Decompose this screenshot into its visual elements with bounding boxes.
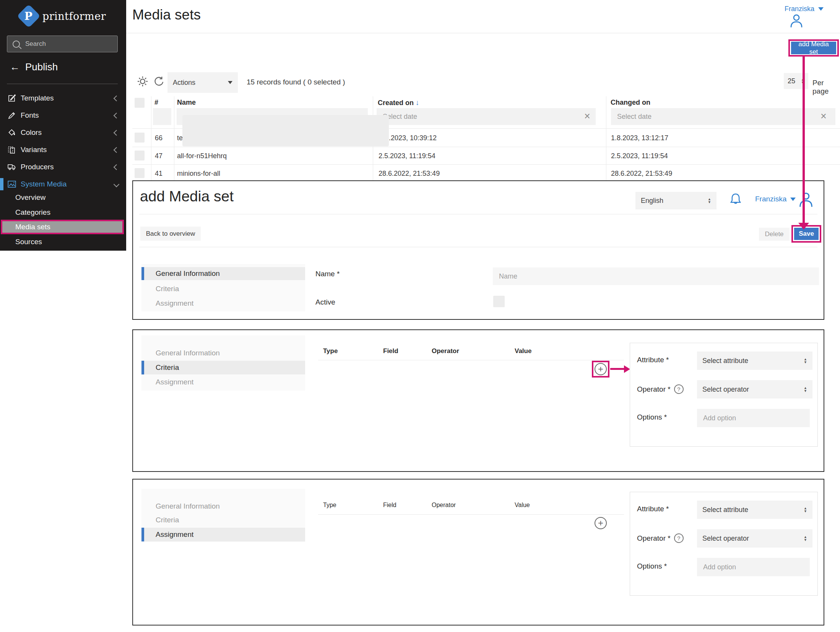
- column-header-created[interactable]: Created on ↓: [378, 99, 419, 107]
- select-arrows-icon: ▲▼: [804, 535, 807, 541]
- sidebar-item-variants[interactable]: Variants: [0, 142, 126, 157]
- row-created: 2.5.2023, 11:19:54: [379, 152, 435, 160]
- criteria-col-field: Field: [383, 502, 396, 509]
- nav-general-information[interactable]: General Information: [141, 500, 305, 512]
- per-page-value: 25: [788, 77, 795, 85]
- sidebar-item-label: Producers: [21, 163, 114, 171]
- add-media-set-button[interactable]: add Media set: [791, 42, 836, 54]
- attribute-select[interactable]: Select attribute ▲▼: [697, 501, 812, 519]
- add-criterion-highlight: +: [592, 361, 609, 378]
- row-checkbox[interactable]: [135, 151, 145, 160]
- row-checkbox[interactable]: [135, 168, 145, 178]
- sidebar-subitem-categories[interactable]: Categories: [0, 206, 126, 219]
- search-input[interactable]: [24, 40, 112, 48]
- options-input[interactable]: [697, 558, 810, 576]
- options-input[interactable]: [697, 409, 810, 427]
- clear-created-filter-icon[interactable]: ×: [584, 111, 590, 122]
- panel-divider: [139, 247, 817, 247]
- annotation-arrow-line: [610, 368, 625, 370]
- sidebar-item-label: Fonts: [21, 111, 114, 120]
- language-select[interactable]: English ▲▼: [635, 192, 717, 209]
- criteria-header-divider: [318, 514, 624, 515]
- created-date-input[interactable]: [382, 112, 590, 121]
- select-all-checkbox[interactable]: [135, 98, 145, 108]
- screen: P printformer ← Publish Templates Fonts: [0, 0, 840, 632]
- help-icon[interactable]: ?: [674, 533, 684, 543]
- criteria-col-value: Value: [515, 502, 530, 509]
- criteria-col-type: Type: [323, 347, 338, 355]
- back-label: Publish: [25, 61, 58, 73]
- clear-changed-filter-icon[interactable]: ×: [821, 111, 827, 122]
- back-to-overview-button[interactable]: Back to overview: [140, 227, 201, 241]
- sidebar-subitem-media-sets-highlighted[interactable]: Media sets: [1, 220, 124, 234]
- row-checkbox[interactable]: [135, 133, 145, 143]
- grid-line: [151, 96, 151, 182]
- nav-criteria[interactable]: Criteria: [141, 361, 305, 374]
- operator-select[interactable]: Select operator ▲▼: [697, 529, 812, 548]
- number-filter[interactable]: [153, 108, 171, 125]
- active-checkbox[interactable]: [493, 296, 505, 307]
- attribute-label: Attribute *: [637, 356, 669, 364]
- criteria-header-divider: [318, 360, 624, 360]
- nav-criteria[interactable]: Criteria: [141, 514, 305, 526]
- row-name: minions-for-all: [177, 170, 220, 178]
- settings-gear-icon[interactable]: [136, 75, 149, 88]
- detail-title: add Media set: [140, 188, 234, 205]
- name-label: Name *: [315, 270, 340, 278]
- user-avatar-icon[interactable]: [797, 190, 815, 209]
- sidebar-item-templates[interactable]: Templates: [0, 91, 126, 106]
- add-assignment-plus-icon[interactable]: +: [595, 517, 607, 529]
- actions-dropdown[interactable]: Actions: [167, 72, 238, 93]
- column-header-changed[interactable]: Changed on: [611, 99, 650, 107]
- criterion-editor: Attribute * Select attribute ▲▼ Operator…: [630, 343, 818, 447]
- sidebar-item-colors[interactable]: Colors: [0, 125, 126, 140]
- add-media-set-highlight: add Media set: [788, 39, 839, 57]
- select-arrows-icon: ▲▼: [804, 358, 807, 364]
- name-input[interactable]: [493, 267, 819, 285]
- created-date-filter[interactable]: [377, 108, 596, 125]
- sidebar-subitem-sources[interactable]: Sources: [0, 235, 126, 248]
- user-menu[interactable]: Franziska: [755, 195, 796, 203]
- sidebar-search[interactable]: [7, 36, 118, 52]
- back-arrow-icon: ←: [10, 61, 20, 73]
- operator-select[interactable]: Select operator ▲▼: [697, 380, 812, 399]
- delete-button[interactable]: Delete: [759, 228, 790, 241]
- row-changed: 28.6.2022, 21:53:49: [611, 170, 672, 178]
- detail-panel-criteria: General Information Criteria Assignment …: [132, 329, 824, 472]
- sidebar-item-fonts[interactable]: Fonts: [0, 108, 126, 123]
- attribute-select[interactable]: Select attribute ▲▼: [697, 352, 812, 370]
- sidebar-item-system-media[interactable]: System Media: [0, 177, 126, 192]
- brand-name: printformer: [42, 10, 106, 22]
- caret-down-icon: [228, 81, 232, 84]
- caret-down-icon: [790, 198, 796, 201]
- nav-assignment[interactable]: Assignment: [141, 376, 305, 388]
- nav-general-information[interactable]: General Information: [141, 347, 305, 359]
- help-icon[interactable]: ?: [674, 384, 684, 394]
- refresh-icon[interactable]: [153, 75, 165, 88]
- user-menu[interactable]: Franziska: [785, 5, 824, 13]
- printformer-logo-icon: P: [17, 4, 41, 28]
- variants-icon: [7, 145, 17, 155]
- changed-date-filter[interactable]: [611, 108, 835, 125]
- operator-placeholder: Select operator: [702, 386, 749, 394]
- add-criterion-plus-icon[interactable]: +: [595, 363, 607, 375]
- back-to-publish[interactable]: ← Publish: [10, 61, 58, 73]
- sidebar-subitem-overview[interactable]: Overview: [0, 191, 126, 204]
- sidebar-item-producers[interactable]: Producers: [0, 159, 126, 175]
- nav-criteria[interactable]: Criteria: [141, 283, 305, 295]
- criteria-col-field: Field: [383, 347, 398, 355]
- column-header-name[interactable]: Name: [177, 99, 196, 107]
- attribute-placeholder: Select attribute: [702, 506, 748, 514]
- detail-nav: General Information Criteria Assignment: [141, 335, 305, 391]
- nav-assignment[interactable]: Assignment: [141, 528, 305, 541]
- nav-assignment[interactable]: Assignment: [141, 298, 305, 309]
- changed-date-input[interactable]: [616, 112, 830, 121]
- notifications-bell-icon[interactable]: [728, 191, 743, 208]
- detail-panel-general: add Media set English ▲▼ Franziska Back …: [132, 180, 824, 320]
- number-filter-input[interactable]: [158, 112, 166, 121]
- user-avatar-icon[interactable]: [788, 12, 804, 29]
- column-header-number[interactable]: #: [154, 99, 158, 107]
- nav-general-information[interactable]: General Information: [141, 267, 305, 280]
- subitem-label: Media sets: [15, 223, 50, 231]
- app-logo: P printformer: [0, 5, 126, 28]
